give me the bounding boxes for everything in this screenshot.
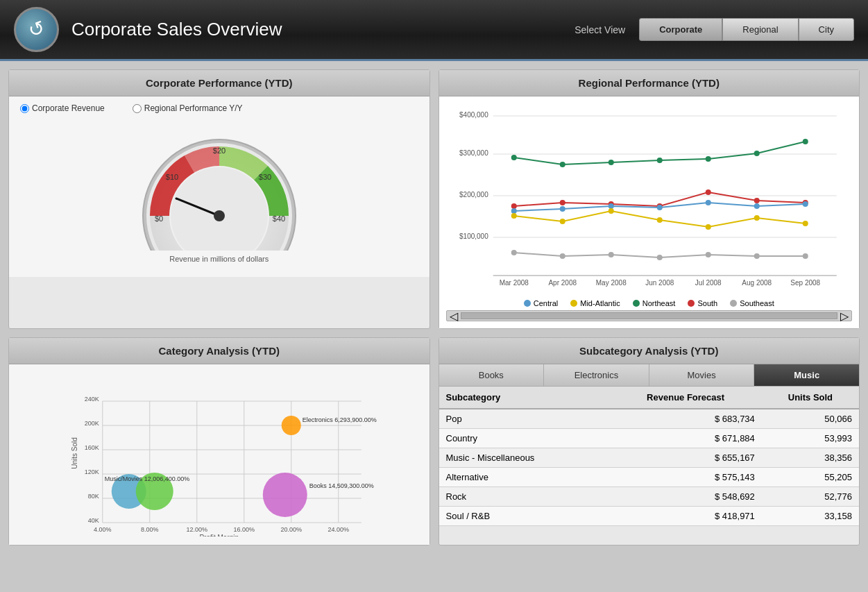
- table-row: Country $ 671,884 53,993: [439, 429, 860, 448]
- svg-text:$200,000: $200,000: [459, 191, 488, 198]
- svg-point-42: [754, 198, 759, 203]
- view-btn-regional[interactable]: Regional: [722, 18, 798, 41]
- svg-text:Units Sold: Units Sold: [71, 437, 78, 469]
- col-units: Units Sold: [762, 387, 859, 409]
- svg-text:Jul 2008: Jul 2008: [695, 279, 721, 287]
- svg-text:16.00%: 16.00%: [233, 526, 255, 533]
- cell-units: 52,776: [762, 487, 859, 507]
- radio-regional-perf[interactable]: Regional Performance Y/Y: [133, 103, 243, 113]
- scroll-right-arrow[interactable]: ▷: [840, 310, 849, 323]
- radio-corp-input[interactable]: [20, 104, 29, 113]
- svg-point-58: [511, 250, 516, 255]
- svg-text:Music/Movies 12,006,400.00%: Music/Movies 12,006,400.00%: [105, 475, 190, 482]
- svg-point-62: [705, 252, 710, 257]
- col-subcategory: Subcategory: [439, 387, 610, 409]
- view-btn-corporate[interactable]: Corporate: [639, 18, 722, 41]
- svg-point-37: [511, 203, 516, 209]
- svg-point-31: [559, 162, 565, 167]
- svg-point-63: [754, 253, 759, 259]
- cell-subcategory: Rock: [439, 487, 610, 507]
- svg-text:4.00%: 4.00%: [94, 526, 112, 533]
- svg-text:Profit Margin: Profit Margin: [199, 534, 239, 536]
- cell-subcategory: Music - Miscellaneous: [439, 448, 610, 468]
- view-btn-city[interactable]: City: [799, 18, 854, 41]
- scroll-track[interactable]: [461, 312, 838, 319]
- tab-movies[interactable]: Movies: [649, 364, 755, 386]
- legend-southeast-dot: [730, 300, 737, 307]
- radio-corporate-revenue[interactable]: Corporate Revenue: [20, 103, 105, 113]
- cell-subcategory: Country: [439, 429, 610, 448]
- legend-south-dot: [688, 300, 695, 307]
- gauge-note: Revenue in millions of dollars: [169, 255, 269, 263]
- legend-midatlantic: Mid-Atlantic: [570, 299, 620, 307]
- svg-point-48: [705, 200, 710, 205]
- svg-point-46: [608, 203, 613, 209]
- svg-point-91: [282, 416, 301, 435]
- page-title: Corporate Sales Overview: [71, 19, 575, 40]
- svg-point-64: [802, 253, 808, 259]
- tab-electronics[interactable]: Electronics: [544, 364, 649, 386]
- svg-text:20.00%: 20.00%: [280, 526, 302, 533]
- legend-midatlantic-label: Mid-Atlantic: [580, 299, 620, 307]
- svg-text:Books 14,509,300.00%: Books 14,509,300.00%: [309, 482, 374, 489]
- col-revenue: Revenue Forecast: [609, 387, 761, 409]
- gauge-svg: $0 $10 $20 $30 $40: [129, 126, 309, 251]
- scrollbar[interactable]: ◁ ▷: [446, 310, 853, 321]
- radio-row: Corporate Revenue Regional Performance Y…: [20, 103, 418, 113]
- subcategory-panel: Subcategory Analysis (YTD) Books Electro…: [439, 337, 860, 546]
- svg-point-61: [656, 255, 662, 260]
- logo: ↺: [14, 7, 59, 52]
- svg-point-33: [656, 158, 662, 163]
- gauge-container: $0 $10 $20 $30 $40 Revenue in millions o…: [20, 119, 418, 270]
- select-view-label: Select View: [575, 24, 625, 35]
- subcategory-table: Subcategory Revenue Forecast Units Sold …: [439, 387, 860, 526]
- svg-text:Aug 2008: Aug 2008: [742, 279, 772, 287]
- legend-central-label: Central: [534, 299, 558, 307]
- svg-text:Jun 2008: Jun 2008: [645, 279, 674, 287]
- svg-point-47: [656, 205, 662, 210]
- legend-southeast: Southeast: [730, 299, 774, 307]
- svg-point-50: [802, 201, 808, 207]
- svg-point-35: [754, 151, 759, 156]
- svg-text:80K: 80K: [88, 493, 99, 500]
- svg-point-49: [754, 203, 759, 209]
- legend-northeast: Northeast: [633, 299, 676, 307]
- tab-books[interactable]: Books: [439, 364, 545, 386]
- svg-text:$30: $30: [259, 173, 271, 181]
- svg-text:8.00%: 8.00%: [141, 526, 159, 533]
- cell-units: 33,158: [762, 507, 859, 526]
- corp-perf-body: Corporate Revenue Regional Performance Y…: [9, 96, 429, 277]
- category-body: Units Sold 40K 80K 120K 160K 200K 240K: [9, 364, 429, 545]
- subcategory-title: Subcategory Analysis (YTD): [439, 338, 860, 364]
- regional-perf-panel: Regional Performance (YTD) $400,000 $300…: [439, 69, 860, 329]
- svg-point-52: [559, 219, 565, 224]
- legend-central: Central: [524, 299, 558, 307]
- svg-text:$0: $0: [155, 214, 163, 223]
- cell-units: 53,993: [762, 429, 859, 448]
- scroll-left-arrow[interactable]: ◁: [450, 310, 458, 323]
- legend-northeast-label: Northeast: [643, 299, 676, 307]
- cell-revenue: $ 575,143: [609, 468, 761, 487]
- svg-point-60: [608, 252, 613, 257]
- cell-revenue: $ 548,692: [609, 487, 761, 507]
- svg-point-59: [559, 253, 565, 259]
- subcat-tabs: Books Electronics Movies Music: [439, 364, 860, 387]
- table-row: Music - Miscellaneous $ 655,167 38,356: [439, 448, 860, 468]
- svg-point-53: [608, 208, 613, 214]
- cell-revenue: $ 655,167: [609, 448, 761, 468]
- corp-perf-panel: Corporate Performance (YTD) Corporate Re…: [8, 69, 430, 329]
- cell-revenue: $ 671,884: [609, 429, 761, 448]
- cell-revenue: $ 683,734: [609, 409, 761, 429]
- svg-text:Sep 2008: Sep 2008: [790, 279, 820, 287]
- regional-perf-title: Regional Performance (YTD): [439, 70, 860, 96]
- svg-point-56: [754, 215, 759, 221]
- svg-point-6: [214, 210, 225, 221]
- corp-perf-title: Corporate Performance (YTD): [9, 70, 429, 96]
- radio-regional-input[interactable]: [133, 104, 142, 113]
- tab-music[interactable]: Music: [754, 364, 859, 386]
- svg-text:240K: 240K: [85, 396, 99, 403]
- svg-point-44: [511, 208, 516, 214]
- svg-text:Apr 2008: Apr 2008: [548, 279, 577, 287]
- table-row: Rock $ 548,692 52,776: [439, 487, 860, 507]
- logo-icon: ↺: [25, 16, 48, 43]
